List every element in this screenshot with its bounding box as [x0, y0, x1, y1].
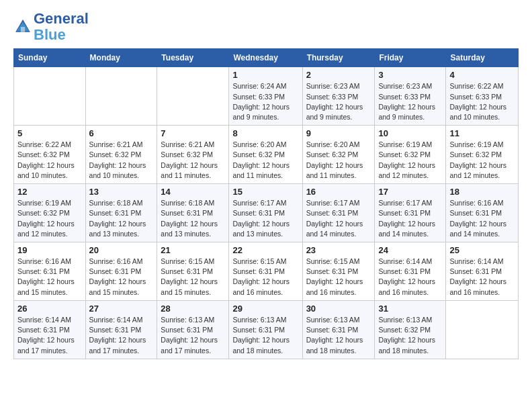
day-info: Sunrise: 6:13 AM Sunset: 6:31 PM Dayligh…: [306, 315, 371, 356]
day-info: Sunrise: 6:19 AM Sunset: 6:32 PM Dayligh…: [17, 198, 82, 239]
calendar-cell: [157, 67, 229, 126]
day-info: Sunrise: 6:14 AM Sunset: 6:31 PM Dayligh…: [89, 315, 154, 356]
calendar-cell: 6Sunrise: 6:21 AM Sunset: 6:32 PM Daylig…: [85, 126, 157, 184]
calendar-cell: 5Sunrise: 6:22 AM Sunset: 6:32 PM Daylig…: [14, 126, 86, 184]
day-info: Sunrise: 6:20 AM Sunset: 6:32 PM Dayligh…: [232, 140, 298, 181]
day-info: Sunrise: 6:22 AM Sunset: 6:33 PM Dayligh…: [449, 81, 515, 122]
day-number: 18: [449, 187, 515, 197]
day-info: Sunrise: 6:16 AM Sunset: 6:31 PM Dayligh…: [17, 257, 82, 298]
day-number: 23: [306, 245, 371, 255]
day-number: 10: [378, 128, 442, 138]
day-number: 26: [17, 304, 82, 314]
calendar-cell: 30Sunrise: 6:13 AM Sunset: 6:31 PM Dayli…: [302, 300, 375, 359]
weekday-header-wednesday: Wednesday: [229, 49, 302, 67]
day-number: 9: [306, 128, 371, 138]
day-number: 21: [161, 245, 225, 255]
calendar-cell: 11Sunrise: 6:19 AM Sunset: 6:32 PM Dayli…: [446, 126, 519, 184]
calendar-cell: 22Sunrise: 6:15 AM Sunset: 6:31 PM Dayli…: [229, 242, 302, 301]
calendar-cell: 3Sunrise: 6:23 AM Sunset: 6:33 PM Daylig…: [375, 67, 446, 126]
calendar-cell: 24Sunrise: 6:14 AM Sunset: 6:31 PM Dayli…: [375, 242, 446, 301]
day-info: Sunrise: 6:22 AM Sunset: 6:32 PM Dayligh…: [17, 140, 82, 181]
day-info: Sunrise: 6:14 AM Sunset: 6:31 PM Dayligh…: [378, 257, 442, 298]
day-number: 25: [449, 245, 515, 255]
day-number: 12: [17, 187, 82, 197]
day-number: 17: [378, 187, 442, 197]
logo-text: GeneralBlue: [34, 11, 89, 43]
weekday-header-tuesday: Tuesday: [157, 49, 229, 67]
day-info: Sunrise: 6:14 AM Sunset: 6:31 PM Dayligh…: [449, 257, 515, 298]
day-number: 8: [232, 128, 298, 138]
calendar-week-4: 19Sunrise: 6:16 AM Sunset: 6:31 PM Dayli…: [14, 242, 519, 301]
day-number: 19: [17, 245, 82, 255]
day-number: 16: [306, 187, 371, 197]
day-info: Sunrise: 6:16 AM Sunset: 6:31 PM Dayligh…: [89, 257, 154, 298]
calendar-cell: 8Sunrise: 6:20 AM Sunset: 6:32 PM Daylig…: [229, 126, 302, 184]
day-info: Sunrise: 6:21 AM Sunset: 6:32 PM Dayligh…: [89, 140, 154, 181]
calendar-week-1: 1Sunrise: 6:24 AM Sunset: 6:33 PM Daylig…: [14, 67, 519, 126]
calendar-cell: 18Sunrise: 6:16 AM Sunset: 6:31 PM Dayli…: [446, 184, 519, 242]
day-info: Sunrise: 6:17 AM Sunset: 6:31 PM Dayligh…: [306, 198, 371, 239]
day-info: Sunrise: 6:18 AM Sunset: 6:31 PM Dayligh…: [161, 198, 225, 239]
calendar-table: SundayMondayTuesdayWednesdayThursdayFrid…: [13, 48, 519, 359]
logo-blue: Blue: [34, 26, 66, 43]
calendar-cell: 21Sunrise: 6:15 AM Sunset: 6:31 PM Dayli…: [157, 242, 229, 301]
day-number: 1: [232, 70, 298, 80]
calendar-cell: 23Sunrise: 6:15 AM Sunset: 6:31 PM Dayli…: [302, 242, 375, 301]
logo: GeneralBlue: [13, 11, 89, 43]
calendar-cell: 13Sunrise: 6:18 AM Sunset: 6:31 PM Dayli…: [85, 184, 157, 242]
calendar-cell: [85, 67, 157, 126]
day-number: 31: [378, 304, 442, 314]
calendar-cell: 29Sunrise: 6:13 AM Sunset: 6:31 PM Dayli…: [229, 300, 302, 359]
calendar-cell: 10Sunrise: 6:19 AM Sunset: 6:32 PM Dayli…: [375, 126, 446, 184]
calendar-cell: 14Sunrise: 6:18 AM Sunset: 6:31 PM Dayli…: [157, 184, 229, 242]
day-number: 7: [161, 128, 225, 138]
day-info: Sunrise: 6:18 AM Sunset: 6:31 PM Dayligh…: [89, 198, 154, 239]
header: GeneralBlue: [13, 11, 519, 43]
day-number: 24: [378, 245, 442, 255]
calendar-cell: 9Sunrise: 6:20 AM Sunset: 6:32 PM Daylig…: [302, 126, 375, 184]
calendar-cell: 26Sunrise: 6:14 AM Sunset: 6:31 PM Dayli…: [14, 300, 86, 359]
day-info: Sunrise: 6:19 AM Sunset: 6:32 PM Dayligh…: [378, 140, 442, 181]
day-number: 2: [306, 70, 371, 80]
calendar-cell: 28Sunrise: 6:13 AM Sunset: 6:31 PM Dayli…: [157, 300, 229, 359]
day-info: Sunrise: 6:19 AM Sunset: 6:32 PM Dayligh…: [449, 140, 515, 181]
day-number: 13: [89, 187, 154, 197]
calendar-week-5: 26Sunrise: 6:14 AM Sunset: 6:31 PM Dayli…: [14, 300, 519, 359]
weekday-header-row: SundayMondayTuesdayWednesdayThursdayFrid…: [14, 49, 519, 67]
day-number: 22: [232, 245, 298, 255]
day-number: 29: [232, 304, 298, 314]
calendar-cell: 12Sunrise: 6:19 AM Sunset: 6:32 PM Dayli…: [14, 184, 86, 242]
day-info: Sunrise: 6:15 AM Sunset: 6:31 PM Dayligh…: [306, 257, 371, 298]
calendar-week-2: 5Sunrise: 6:22 AM Sunset: 6:32 PM Daylig…: [14, 126, 519, 184]
calendar-cell: 16Sunrise: 6:17 AM Sunset: 6:31 PM Dayli…: [302, 184, 375, 242]
day-info: Sunrise: 6:20 AM Sunset: 6:32 PM Dayligh…: [306, 140, 371, 181]
day-info: Sunrise: 6:13 AM Sunset: 6:31 PM Dayligh…: [161, 315, 225, 356]
day-info: Sunrise: 6:24 AM Sunset: 6:33 PM Dayligh…: [232, 81, 298, 122]
day-number: 5: [17, 128, 82, 138]
calendar-cell: 17Sunrise: 6:17 AM Sunset: 6:31 PM Dayli…: [375, 184, 446, 242]
day-number: 11: [449, 128, 515, 138]
weekday-header-sunday: Sunday: [14, 49, 86, 67]
calendar-cell: 20Sunrise: 6:16 AM Sunset: 6:31 PM Dayli…: [85, 242, 157, 301]
day-info: Sunrise: 6:23 AM Sunset: 6:33 PM Dayligh…: [378, 81, 442, 122]
calendar-cell: 1Sunrise: 6:24 AM Sunset: 6:33 PM Daylig…: [229, 67, 302, 126]
weekday-header-thursday: Thursday: [302, 49, 375, 67]
weekday-header-saturday: Saturday: [446, 49, 519, 67]
logo-icon: [13, 17, 32, 36]
calendar-cell: 25Sunrise: 6:14 AM Sunset: 6:31 PM Dayli…: [446, 242, 519, 301]
calendar-cell: 27Sunrise: 6:14 AM Sunset: 6:31 PM Dayli…: [85, 300, 157, 359]
day-info: Sunrise: 6:23 AM Sunset: 6:33 PM Dayligh…: [306, 81, 371, 122]
svg-rect-2: [21, 27, 25, 32]
calendar-cell: [446, 300, 519, 359]
calendar-cell: 19Sunrise: 6:16 AM Sunset: 6:31 PM Dayli…: [14, 242, 86, 301]
calendar-cell: 4Sunrise: 6:22 AM Sunset: 6:33 PM Daylig…: [446, 67, 519, 126]
day-number: 14: [161, 187, 225, 197]
page-container: GeneralBlue SundayMondayTuesdayWednesday…: [0, 0, 532, 370]
day-number: 4: [449, 70, 515, 80]
calendar-cell: 15Sunrise: 6:17 AM Sunset: 6:31 PM Dayli…: [229, 184, 302, 242]
day-info: Sunrise: 6:16 AM Sunset: 6:31 PM Dayligh…: [449, 198, 515, 239]
day-info: Sunrise: 6:17 AM Sunset: 6:31 PM Dayligh…: [378, 198, 442, 239]
weekday-header-friday: Friday: [375, 49, 446, 67]
weekday-header-monday: Monday: [85, 49, 157, 67]
day-info: Sunrise: 6:13 AM Sunset: 6:31 PM Dayligh…: [232, 315, 298, 356]
